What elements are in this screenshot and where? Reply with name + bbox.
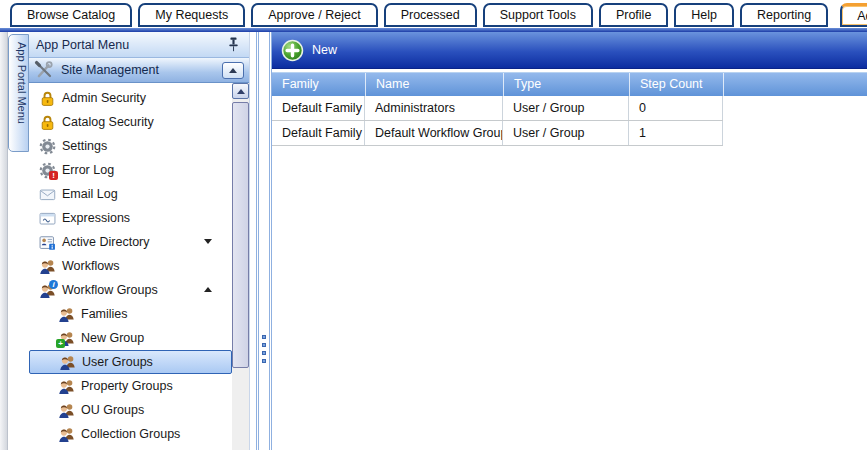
people-icon xyxy=(58,306,75,323)
tab-label: Processed xyxy=(401,8,460,22)
sidebar-item-collection-groups[interactable]: Collection Groups xyxy=(29,422,232,446)
tab-label: My Requests xyxy=(155,8,228,22)
tab-reporting[interactable]: Reporting xyxy=(740,3,828,27)
chevron-down-icon[interactable] xyxy=(204,239,212,244)
sidebar-group-title: Site Management xyxy=(61,63,215,77)
tab-label: Admin xyxy=(857,9,867,23)
sidebar-item-property-groups[interactable]: Property Groups xyxy=(29,374,232,398)
top-tab-bar: Browse Catalog My Requests Approve / Rej… xyxy=(0,0,867,28)
sidebar-item-expressions[interactable]: Expressions xyxy=(29,206,232,230)
tab-admin[interactable]: Admin xyxy=(840,3,867,27)
sidebar-item-label: Active Directory xyxy=(62,235,150,249)
sidebar-item-label: Settings xyxy=(62,139,107,153)
sidebar-item-new-group[interactable]: New Group xyxy=(29,326,232,350)
tab-label: Approve / Reject xyxy=(268,8,360,22)
sidebar-item-error-log[interactable]: Error Log xyxy=(29,158,232,182)
column-header-step-count[interactable]: Step Count xyxy=(629,73,723,96)
sidebar-item-families[interactable]: Families xyxy=(29,302,232,326)
sidebar-item-ou-groups[interactable]: OU Groups xyxy=(29,398,232,422)
sidebar-item-label: OU Groups xyxy=(81,403,144,417)
sidebar-item-label: Workflows xyxy=(62,259,119,273)
sidebar-tree: Admin Security Catalog Security Settings… xyxy=(29,83,249,450)
sidebar-item-label: User Groups xyxy=(82,355,153,369)
chevron-up-icon xyxy=(229,68,237,73)
tools-icon xyxy=(34,60,54,80)
tab-my-requests[interactable]: My Requests xyxy=(138,3,245,27)
sidebar-group-site-management[interactable]: Site Management xyxy=(29,58,249,83)
sidebar-item-user-groups[interactable]: User Groups xyxy=(29,350,232,374)
sidebar-item-catalog-security[interactable]: Catalog Security xyxy=(29,110,232,134)
tab-profile[interactable]: Profile xyxy=(599,3,668,27)
sidebar-scrollbar[interactable] xyxy=(232,83,249,450)
sidebar-item-workflows[interactable]: Workflows xyxy=(29,254,232,278)
people-icon xyxy=(39,258,56,275)
sidebar-title: App Portal Menu xyxy=(36,38,225,52)
grid-header-row: Family Name Type Step Count xyxy=(272,72,867,96)
column-header-type[interactable]: Type xyxy=(503,73,629,96)
cell-step-count: 1 xyxy=(629,121,723,145)
tab-label: Profile xyxy=(616,8,651,22)
chevron-up-icon[interactable] xyxy=(204,287,212,292)
sidebar-item-label: Workflow Groups xyxy=(62,283,158,297)
gear-icon xyxy=(39,138,56,155)
pin-icon[interactable] xyxy=(225,36,242,53)
arrow-up-icon xyxy=(237,89,245,94)
sidebar-item-label: Property Groups xyxy=(81,379,173,393)
column-header-filler xyxy=(723,73,867,96)
sidebar-item-label: Expressions xyxy=(62,211,130,225)
tab-label: Support Tools xyxy=(500,8,576,22)
tab-processed[interactable]: Processed xyxy=(384,3,477,27)
toolbar: New xyxy=(272,32,867,69)
tab-label: Reporting xyxy=(757,8,811,22)
people-info-icon xyxy=(39,282,56,299)
scrollbar-thumb[interactable] xyxy=(232,102,249,368)
app-portal-window: Browse Catalog My Requests Approve / Rej… xyxy=(0,0,867,450)
info-badge xyxy=(49,280,58,289)
tab-approve-reject[interactable]: Approve / Reject xyxy=(251,3,377,27)
tab-help[interactable]: Help xyxy=(674,3,734,27)
group-collapse-button[interactable] xyxy=(222,62,244,79)
cell-step-count: 0 xyxy=(629,96,723,120)
sidebar-item-workflow-groups[interactable]: Workflow Groups xyxy=(29,278,232,302)
plus-circle-icon xyxy=(281,39,304,62)
sidebar-item-active-directory[interactable]: Active Directory xyxy=(29,230,232,254)
cell-type: User / Group xyxy=(503,96,629,120)
sidebar-item-admin-security[interactable]: Admin Security xyxy=(29,86,232,110)
cell-family: Default Family xyxy=(272,96,365,120)
sidebar-panel: App Portal Menu Site Management Admin Se… xyxy=(29,32,250,450)
sidebar-item-label: Catalog Security xyxy=(62,115,154,129)
new-button-label: New xyxy=(312,43,337,57)
column-header-family[interactable]: Family xyxy=(272,73,365,96)
column-header-name[interactable]: Name xyxy=(365,73,503,96)
sidebar-header: App Portal Menu xyxy=(29,32,249,58)
tab-label: Help xyxy=(691,8,717,22)
mail-icon xyxy=(39,186,56,203)
sidebar-item-label: Email Log xyxy=(62,187,118,201)
tab-browse-catalog[interactable]: Browse Catalog xyxy=(10,3,132,27)
sidebar-item-label: Admin Security xyxy=(62,91,146,105)
user-groups-grid: Family Name Type Step Count Default Fami… xyxy=(272,72,867,146)
add-badge xyxy=(56,339,65,348)
sidebar-item-email-log[interactable]: Email Log xyxy=(29,182,232,206)
people-icon xyxy=(58,426,75,443)
cell-type: User / Group xyxy=(503,121,629,145)
splitter-grip-icon xyxy=(262,335,266,363)
expression-icon xyxy=(39,210,56,227)
sidebar-item-label: Collection Groups xyxy=(81,427,180,441)
people-add-icon xyxy=(58,330,75,347)
app-portal-menu-vertical-tab[interactable]: App Portal Menu xyxy=(8,34,29,152)
tab-support-tools[interactable]: Support Tools xyxy=(483,3,593,27)
people-icon xyxy=(59,354,76,371)
table-row[interactable]: Default Family Administrators User / Gro… xyxy=(272,96,723,121)
panel-splitter[interactable] xyxy=(256,32,272,450)
window-left-edge xyxy=(0,32,8,450)
cell-family: Default Family xyxy=(272,121,365,145)
table-row[interactable]: Default Family Default Workflow Group Us… xyxy=(272,121,723,146)
sidebar-item-settings[interactable]: Settings xyxy=(29,134,232,158)
sidebar-item-label: New Group xyxy=(81,331,144,345)
main-panel: New Family Name Type Step Count Default … xyxy=(272,32,867,450)
sidebar-item-label: Families xyxy=(81,307,128,321)
error-badge xyxy=(49,171,58,180)
new-button[interactable]: New xyxy=(281,39,337,62)
scroll-up-button[interactable] xyxy=(232,83,249,99)
